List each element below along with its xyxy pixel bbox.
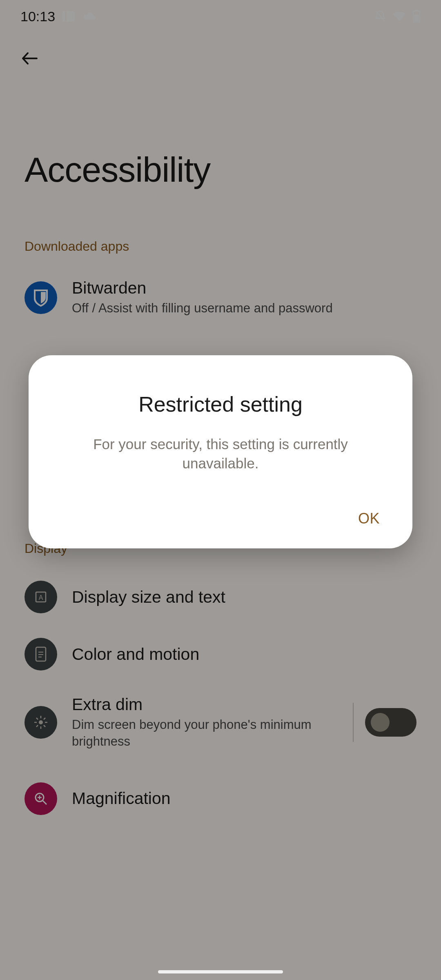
dialog-body: For your security, this setting is curre… [53,434,388,473]
restricted-setting-dialog: Restricted setting For your security, th… [29,355,412,548]
dialog-title: Restricted setting [53,392,388,416]
ok-button[interactable]: OK [358,510,380,527]
navigation-handle[interactable] [158,970,283,973]
